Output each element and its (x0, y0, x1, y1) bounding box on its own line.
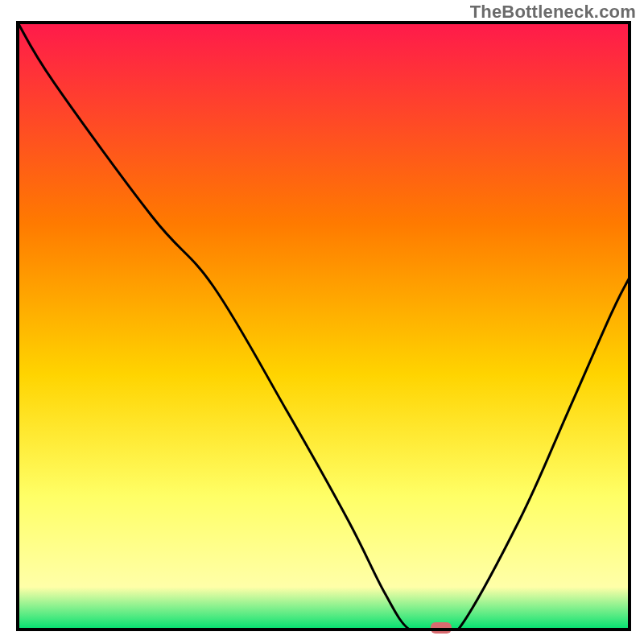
gradient-background (18, 23, 630, 630)
bottleneck-chart (0, 0, 644, 644)
watermark-text: TheBottleneck.com (470, 2, 636, 23)
